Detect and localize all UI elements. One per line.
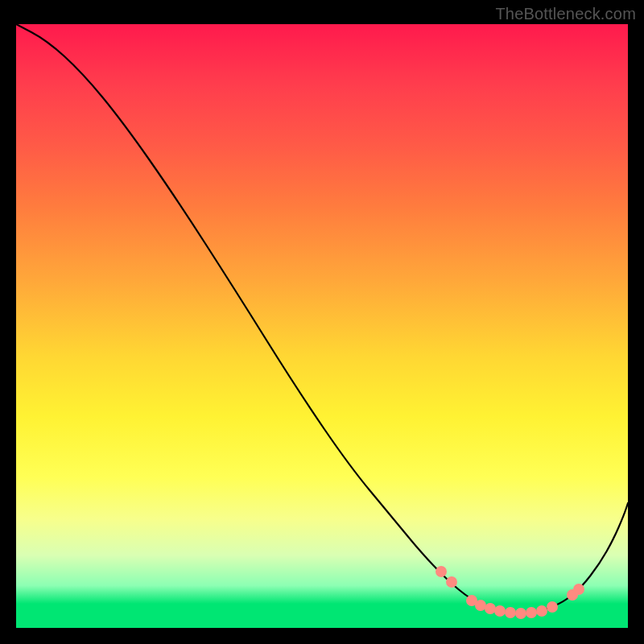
highlight-dots	[436, 566, 584, 619]
highlight-dot	[526, 607, 537, 618]
chart-stage: TheBottleneck.com	[0, 0, 644, 644]
highlight-dot	[505, 607, 516, 618]
highlight-dot	[515, 608, 526, 619]
plot-area	[16, 24, 628, 628]
highlight-dot	[536, 605, 547, 617]
attribution-label: TheBottleneck.com	[495, 5, 636, 23]
highlight-dot	[436, 566, 447, 577]
curve-layer	[16, 24, 628, 628]
highlight-dot	[485, 603, 496, 614]
bottleneck-curve	[16, 24, 628, 613]
highlight-dot	[446, 576, 457, 588]
highlight-dot	[547, 601, 558, 613]
highlight-dot	[494, 605, 506, 617]
highlight-dot	[573, 584, 584, 595]
highlight-dot	[475, 600, 486, 611]
